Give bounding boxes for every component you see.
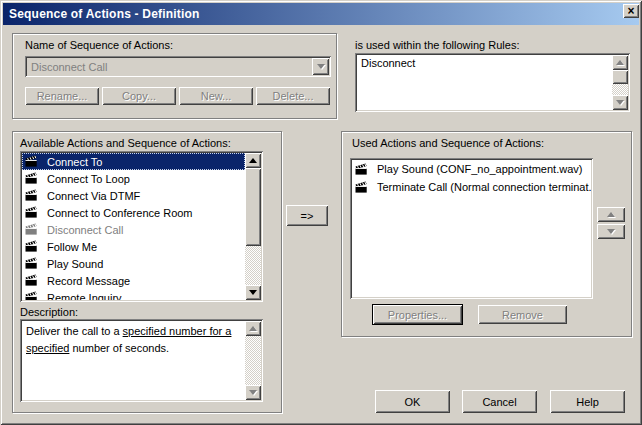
arrow-right-icon: => (301, 210, 314, 222)
available-label: Available Actions and Sequence of Action… (20, 137, 231, 149)
close-button[interactable]: × (623, 4, 639, 18)
scrollbar-track (612, 70, 628, 95)
scroll-down-icon (249, 390, 257, 395)
action-label: Connect Via DTMF (47, 190, 140, 202)
rules-list-item[interactable]: Disconnect (357, 55, 612, 71)
remove-button: Remove (478, 305, 567, 324)
list-item[interactable]: Terminate Call (Normal connection termin… (352, 178, 591, 196)
properties-button: Properties... (373, 305, 462, 324)
chevron-down-icon (317, 64, 325, 69)
delete-button: Delete... (256, 87, 330, 105)
sequence-name-value: Disconnect Call (31, 61, 107, 73)
description-link[interactable]: specified (26, 342, 69, 354)
action-clapper-icon (25, 274, 38, 287)
scrollbar-track (245, 336, 261, 385)
move-up-button (597, 207, 625, 222)
list-item[interactable]: Connect to Conference Room (22, 204, 245, 221)
titlebar[interactable]: Sequence of Actions - Definition (3, 3, 639, 25)
scroll-down-button[interactable] (245, 285, 261, 300)
action-clapper-icon (25, 172, 38, 185)
description-plain: Deliver the call to a (26, 325, 123, 337)
scrollbar-thumb[interactable] (245, 168, 261, 246)
list-item[interactable]: Follow Me (22, 238, 245, 255)
help-button[interactable]: Help (550, 390, 625, 413)
rename-button: Rename... (25, 87, 99, 105)
scroll-up-button[interactable] (245, 153, 261, 168)
description-link[interactable]: specified number for a (123, 325, 232, 337)
used-action-label: Terminate Call (Normal connection termin… (377, 181, 591, 193)
arrow-down-icon (607, 229, 615, 234)
action-label: Connect to Conference Room (47, 207, 193, 219)
used-action-label: Play Sound (CONF_no_appointment.wav) (377, 163, 582, 175)
description-scrollbar (245, 321, 261, 400)
scroll-up-button (245, 321, 261, 336)
window-title: Sequence of Actions - Definition (9, 7, 200, 21)
rules-scrollbar (612, 55, 628, 110)
scroll-down-icon (249, 290, 257, 295)
list-item: Disconnect Call (22, 221, 245, 238)
cancel-button-label: Cancel (482, 396, 516, 408)
action-label: Record Message (47, 275, 130, 287)
action-clapper-icon (25, 206, 38, 219)
sequence-name-combobox: Disconnect Call (25, 56, 331, 77)
arrow-up-icon (607, 212, 615, 217)
properties-button-label: Properties... (388, 309, 447, 321)
action-label: Disconnect Call (47, 224, 123, 236)
action-clapper-icon (25, 223, 38, 236)
list-item[interactable]: Play Sound (22, 255, 245, 272)
description-text: Deliver the call to a specified number f… (26, 323, 241, 357)
scroll-up-icon (249, 158, 257, 163)
description-label: Description: (20, 306, 78, 318)
delete-button-label: Delete... (273, 90, 314, 102)
list-item[interactable]: Remote Inquiry (22, 289, 245, 300)
description-plain: number of seconds. (69, 342, 169, 354)
used-listbox[interactable]: Play Sound (CONF_no_appointment.wav) Ter… (350, 158, 593, 299)
rule-name: Disconnect (361, 57, 415, 69)
action-label: Connect To Loop (47, 173, 130, 185)
list-item[interactable]: Connect To Loop (22, 170, 245, 187)
list-item[interactable]: Connect To (22, 153, 245, 170)
new-button: New... (179, 87, 253, 105)
list-item[interactable]: Record Message (22, 272, 245, 289)
ok-button[interactable]: OK (375, 390, 450, 413)
copy-button-label: Copy... (122, 90, 156, 102)
list-item[interactable]: Play Sound (CONF_no_appointment.wav) (352, 160, 591, 178)
scroll-up-icon (616, 60, 624, 65)
scrollbar-track[interactable] (245, 168, 261, 285)
rules-label: is used within the following Rules: (355, 39, 519, 51)
action-clapper-icon (25, 257, 38, 270)
help-button-label: Help (576, 396, 599, 408)
scroll-down-icon (616, 100, 624, 105)
ok-button-label: OK (405, 396, 421, 408)
action-clapper-icon (355, 181, 368, 194)
scroll-up-button (612, 55, 628, 70)
used-label: Used Actions and Sequence of Actions: (352, 137, 544, 149)
action-label: Play Sound (47, 258, 103, 270)
name-group-label: Name of Sequence of Actions: (25, 39, 173, 51)
rename-button-label: Rename... (37, 90, 88, 102)
rules-listbox[interactable]: Disconnect (355, 53, 630, 112)
cancel-button[interactable]: Cancel (462, 390, 537, 413)
remove-button-label: Remove (502, 309, 543, 321)
available-listbox[interactable]: Connect To Connect To Loop Connect Via D… (20, 151, 263, 302)
description-box: Deliver the call to a specified number f… (20, 319, 263, 402)
add-action-button[interactable]: => (286, 205, 328, 226)
action-clapper-icon (25, 291, 38, 300)
action-clapper-icon (25, 240, 38, 253)
scroll-up-icon (249, 326, 257, 331)
new-button-label: New... (201, 90, 232, 102)
list-item[interactable]: Connect Via DTMF (22, 187, 245, 204)
combobox-dropdown-button (312, 58, 329, 75)
action-label: Follow Me (47, 241, 97, 253)
action-label: Connect To (47, 156, 102, 168)
available-scrollbar[interactable] (245, 153, 261, 300)
close-icon: × (627, 5, 634, 17)
move-down-button (597, 224, 625, 239)
action-clapper-icon (355, 163, 368, 176)
action-clapper-icon (25, 155, 38, 168)
scroll-down-button (612, 95, 628, 110)
scroll-down-button (245, 385, 261, 400)
scrollbar-thumb (612, 70, 628, 84)
copy-button: Copy... (102, 87, 176, 105)
sequence-of-actions-dialog: Sequence of Actions - Definition × Name … (0, 0, 642, 425)
